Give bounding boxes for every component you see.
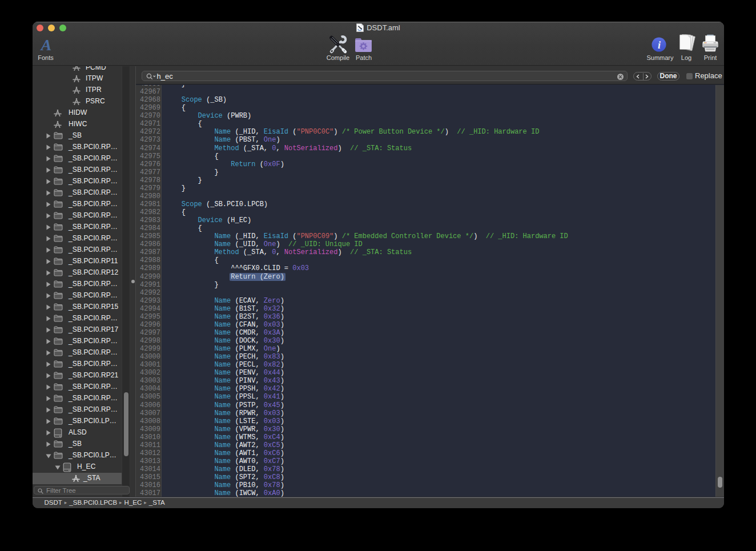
svg-text:i: i — [658, 39, 661, 51]
